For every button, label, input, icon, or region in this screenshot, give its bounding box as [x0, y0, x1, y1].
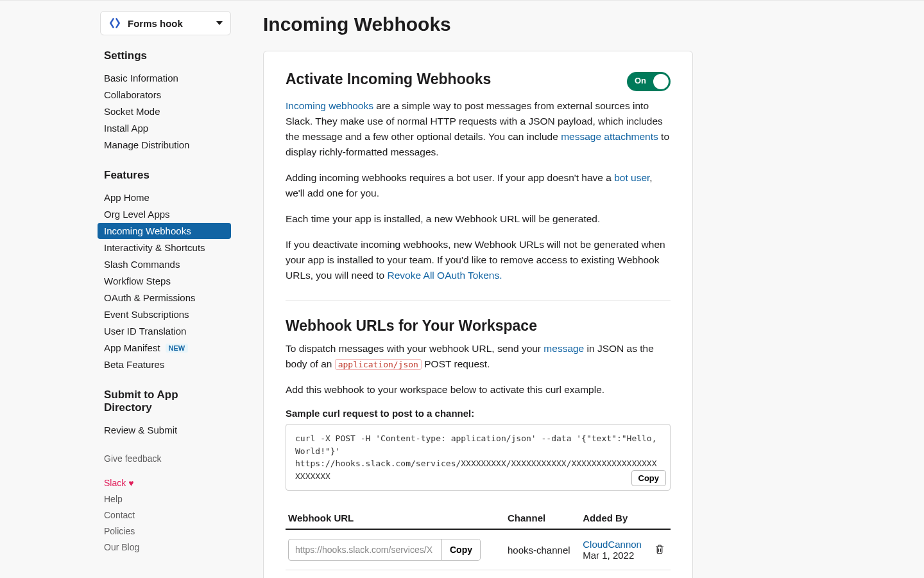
sidebar-item-install-app[interactable]: Install App [98, 120, 231, 136]
sidebar-item-label: OAuth & Permissions [98, 292, 196, 303]
app-switcher[interactable]: Forms hook [100, 11, 231, 35]
footer-link-label: Policies [98, 526, 135, 536]
activate-heading: Activate Incoming Webhooks [286, 71, 491, 88]
give-feedback-link[interactable]: Give feedback [104, 453, 231, 464]
sidebar-item-org-level-apps[interactable]: Org Level Apps [98, 206, 231, 222]
webhook-url-cell: Copy [288, 539, 481, 561]
footer-link-help[interactable]: Help [98, 491, 231, 507]
trash-icon [654, 543, 665, 555]
sidebar-item-label: Interactivity & Shortcuts [98, 242, 205, 253]
app-logo-icon [108, 17, 121, 30]
sidebar-item-label: Workflow Steps [98, 276, 171, 286]
sidebar-group-title-features: Features [104, 169, 231, 182]
urls-heading: Webhook URLs for Your Workspace [286, 317, 671, 335]
sidebar-item-label: App Home [98, 192, 150, 203]
toggle-label: On [635, 76, 646, 85]
section-divider [286, 300, 671, 301]
footer-link-label: Help [98, 494, 123, 504]
content-type-code: application/json [335, 359, 422, 370]
revoke-tokens-link[interactable]: Revoke All OAuth Tokens. [388, 270, 502, 281]
activate-toggle[interactable]: On [627, 72, 671, 91]
webhooks-table: Webhook URL Channel Added By Copy [286, 507, 671, 570]
sidebar-item-label: Install App [98, 123, 148, 134]
sidebar-item-label: Slash Commands [98, 259, 180, 270]
bot-user-link[interactable]: bot user [614, 172, 649, 183]
sidebar-group-title-settings: Settings [104, 49, 231, 62]
sidebar-item-socket-mode[interactable]: Socket Mode [98, 103, 231, 119]
webhook-added-by-who[interactable]: CloudCannon [583, 539, 649, 550]
sample-curl-label: Sample curl request to post to a channel… [286, 408, 671, 419]
sidebar-item-label: Basic Information [98, 73, 178, 83]
sidebar-item-label: Collaborators [98, 89, 161, 100]
webhook-added-by-when: Mar 1, 2022 [583, 550, 649, 561]
sample-curl-code: curl -X POST -H 'Content-type: applicati… [295, 434, 662, 481]
incoming-webhooks-link[interactable]: Incoming webhooks [286, 100, 373, 111]
activate-paragraph-1: Incoming webhooks are a simple way to po… [286, 98, 671, 160]
footer-link-policies[interactable]: Policies [98, 523, 231, 539]
main-content: Incoming Webhooks Activate Incoming Webh… [237, 11, 834, 578]
table-row: Copy hooks-channel CloudCannon Mar 1, 20… [286, 529, 671, 570]
sidebar-item-incoming-webhooks[interactable]: Incoming Webhooks [98, 223, 231, 239]
urls-paragraph-2: Add this webhook to your workspace below… [286, 382, 671, 398]
col-channel: Channel [505, 507, 580, 529]
sidebar: Forms hook Settings Basic Information Co… [90, 11, 237, 578]
footer-slack-love[interactable]: Slack ♥ [98, 475, 231, 491]
sidebar-item-label: User ID Translation [98, 326, 186, 337]
urls-paragraph-1: To dispatch messages with your webhook U… [286, 341, 671, 372]
sidebar-item-basic-information[interactable]: Basic Information [98, 70, 231, 86]
toggle-knob [653, 74, 669, 89]
caret-down-icon [216, 21, 223, 25]
webhook-channel: hooks-channel [505, 529, 580, 570]
sidebar-item-label: Incoming Webhooks [98, 225, 191, 236]
sidebar-item-interactivity-shortcuts[interactable]: Interactivity & Shortcuts [98, 240, 231, 256]
sidebar-item-slash-commands[interactable]: Slash Commands [98, 256, 231, 272]
sample-curl-codebox: curl -X POST -H 'Content-type: applicati… [286, 424, 671, 491]
footer-link-our-blog[interactable]: Our Blog [98, 539, 231, 555]
copy-curl-button[interactable]: Copy [631, 470, 667, 486]
activate-paragraph-2: Adding incoming webhooks requires a bot … [286, 170, 671, 201]
col-added-by: Added By [580, 507, 651, 529]
sidebar-item-review-submit[interactable]: Review & Submit [98, 422, 231, 438]
content-card: Activate Incoming Webhooks On Incoming w… [263, 51, 693, 578]
col-webhook-url: Webhook URL [286, 507, 505, 529]
sidebar-item-user-id-translation[interactable]: User ID Translation [98, 323, 231, 339]
copy-url-button[interactable]: Copy [441, 539, 480, 560]
delete-webhook-button[interactable] [654, 546, 665, 557]
message-link[interactable]: message [543, 343, 584, 354]
new-badge: NEW [166, 344, 189, 353]
footer-link-label: Our Blog [98, 542, 139, 552]
sidebar-item-workflow-steps[interactable]: Workflow Steps [98, 273, 231, 289]
sidebar-item-oauth-permissions[interactable]: OAuth & Permissions [98, 290, 231, 306]
heart-icon: ♥ [128, 478, 133, 488]
sidebar-item-label: Socket Mode [98, 106, 160, 117]
sidebar-item-collaborators[interactable]: Collaborators [98, 87, 231, 103]
sidebar-item-label: Event Subscriptions [98, 309, 189, 320]
sidebar-group-title-submit: Submit to App Directory [104, 389, 200, 414]
sidebar-item-manage-distribution[interactable]: Manage Distribution [98, 137, 231, 153]
sidebar-item-app-home[interactable]: App Home [98, 189, 231, 206]
sidebar-item-label: Beta Features [98, 359, 164, 370]
footer-link-contact[interactable]: Contact [98, 507, 231, 523]
sidebar-item-beta-features[interactable]: Beta Features [98, 356, 231, 372]
activate-paragraph-3: Each time your app is installed, a new W… [286, 211, 671, 227]
sidebar-item-app-manifest[interactable]: App ManifestNEW [98, 340, 231, 356]
sidebar-item-label: Org Level Apps [98, 209, 170, 220]
activate-paragraph-4: If you deactivate incoming webhooks, new… [286, 237, 671, 283]
sidebar-item-label: Manage Distribution [98, 139, 189, 150]
sidebar-item-label: Review & Submit [98, 425, 177, 435]
sidebar-item-event-subscriptions[interactable]: Event Subscriptions [98, 306, 231, 322]
footer-slack-text: Slack [104, 478, 128, 488]
app-switcher-name: Forms hook [128, 18, 183, 29]
sidebar-item-label: App Manifest [98, 342, 160, 353]
page-title: Incoming Webhooks [263, 13, 834, 35]
footer-link-label: Contact [98, 510, 135, 520]
message-attachments-link[interactable]: message attachments [561, 131, 658, 142]
webhook-url-input[interactable] [289, 539, 441, 560]
